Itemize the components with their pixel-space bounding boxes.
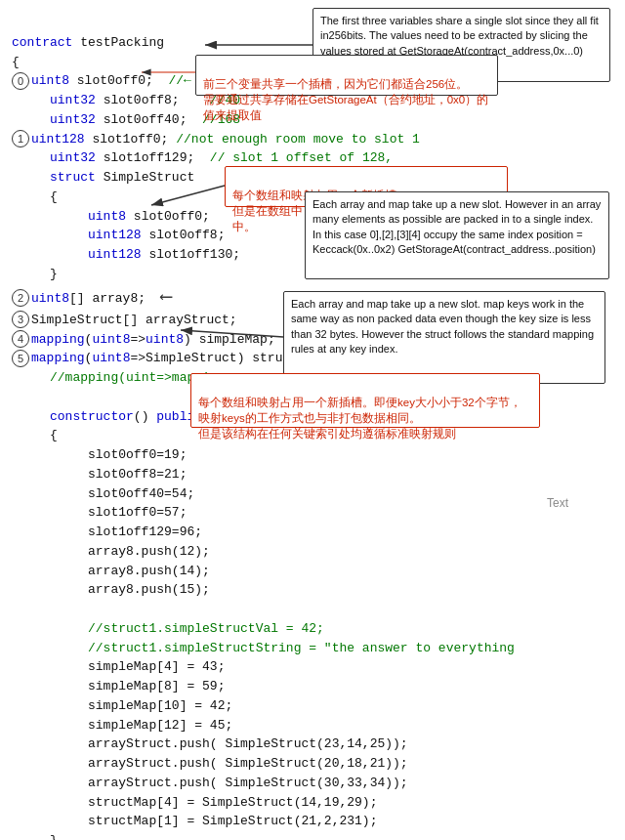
line-struct-def: struct SimpleStruct: [12, 170, 194, 185]
line-push14: array8.push(14);: [12, 564, 210, 578]
line-struct-open: {: [12, 189, 58, 204]
line-open: {: [12, 55, 20, 69]
line-blank1: [12, 390, 20, 404]
annotation-box-2: 前三个变量共享一个插槽，因为它们都适合256位。 需要通过共享存储在GetSto…: [195, 55, 498, 96]
line-stm4: structMap[4] = SimpleStruct(14,19,29);: [12, 795, 377, 810]
line-contract: contract testPacking: [12, 35, 164, 50]
line-stm1: structMap[1] = SimpleStruct(21,2,231);: [12, 814, 377, 828]
line-s1f0: slot1off0=57;: [12, 505, 187, 520]
line-sm4: simpleMap[4] = 43;: [12, 659, 225, 674]
line-slot1off129: uint32 slot1off129; // slot 1 offset of …: [12, 150, 393, 165]
line-s-slot1: uint128 slot1off130;: [12, 247, 240, 262]
annotation-text-1: The first three variables share a single…: [320, 15, 599, 57]
line-sm12: simpleMap[12] = 45;: [12, 718, 232, 733]
line-con-open: {: [12, 428, 58, 442]
line-push12: array8.push(12);: [12, 544, 210, 559]
line-s-slot0: uint8 slot0off0;: [12, 209, 210, 224]
line-arrayStruct: 3SimpleStruct[] arrayStruct;: [12, 313, 237, 327]
line-as1: arrayStruct.push( SimpleStruct(23,14,25)…: [12, 736, 408, 751]
annotation-text-4: Each array and map take up a new slot. H…: [312, 198, 601, 255]
line-as2: arrayStruct.push( SimpleStruct(20,18,21)…: [12, 756, 408, 771]
line-constructor: constructor() public: [12, 409, 202, 424]
line-sm8: simpleMap[8] = 59;: [12, 679, 225, 693]
line-struct-comment2: //struct1.simpleStructString = "the answ…: [12, 641, 515, 655]
annotation-box-4: Each array and map take up a new slot. H…: [305, 191, 609, 279]
text-label: Text: [547, 496, 568, 510]
line-s0f8: slot0off8=21;: [12, 467, 187, 482]
line-s-slot0off8: uint128 slot0off8;: [12, 228, 225, 242]
line-as3: arrayStruct.push( SimpleStruct(30,33,34)…: [12, 776, 408, 790]
line-con-close: }: [12, 833, 58, 840]
line-s0f40: slot0off40=54;: [12, 486, 194, 501]
line-slot1off0: 1uint128 slot1off0; //not enough room mo…: [12, 132, 420, 147]
line-simpleMap: 4mapping(uint8=>uint8) simpleMap;: [12, 332, 275, 347]
annotation-box-5: Each array and map take up a new slot. m…: [283, 291, 605, 384]
annotation-box-6: 每个数组和映射占用一个新插槽。即便key大小小于32个字节， 映射keys的工作…: [190, 373, 540, 428]
line-struct-comment1: //struct1.simpleStructVal = 42;: [12, 621, 324, 636]
line-sm10: simpleMap[10] = 42;: [12, 698, 232, 713]
line-s0f0: slot0off0=19;: [12, 447, 187, 462]
line-blank2: [12, 602, 20, 616]
page-wrapper: contract testPacking { 0uint8 slot0off0;…: [0, 0, 625, 840]
annotation-text-5: Each array and map take up a new slot. m…: [291, 298, 594, 355]
line-struct-close: }: [12, 267, 58, 281]
line-structMap: 5mapping(uint8=>SimpleStruct) structMap;: [12, 351, 328, 365]
line-s1f129: slot1off129=96;: [12, 525, 202, 539]
line-push15: array8.push(15);: [12, 582, 210, 597]
line-array8: 2uint8[] array8; ⟵: [12, 291, 171, 306]
